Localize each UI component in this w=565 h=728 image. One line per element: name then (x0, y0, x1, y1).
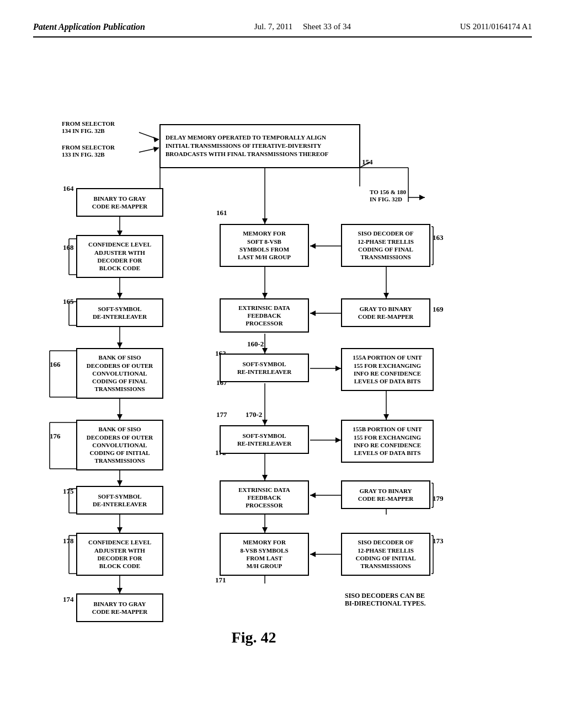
svg-marker-34 (117, 414, 122, 420)
figure-label: Fig. 42 (199, 629, 309, 646)
svg-text:174: 174 (63, 595, 74, 603)
date-sheet: Jul. 7, 2011 Sheet 33 of 34 (254, 22, 351, 31)
svg-marker-18 (310, 243, 316, 249)
box-bank-siso-initial: BANK OF SISODECODERS OF OUTERCONVOLUTION… (76, 420, 163, 470)
svg-text:SISO DECODERS CAN BE: SISO DECODERS CAN BE (345, 592, 425, 599)
box-soft-symbol-reinterleaver-top: SOFT-SYMBOLRE-INTERLEAVER (220, 354, 309, 382)
box-extrinsic-bot: EXTRINSIC DATAFEEDBACKPROCESSOR (220, 480, 309, 515)
box-siso-decoder-bot: SISO DECODER OF12-PHASE TRELLISCODING OF… (341, 533, 430, 576)
svg-text:165: 165 (63, 297, 74, 306)
svg-text:TO 156 & 180: TO 156 & 180 (370, 189, 407, 195)
svg-text:FROM SELECTOR: FROM SELECTOR (62, 144, 115, 151)
box-soft-symbol-deinterleaver-top: SOFT-SYMBOLDE-INTERLEAVER (76, 298, 163, 327)
box-155a: 155A PORTION OF UNIT155 FOR EXCHANGINGIN… (341, 348, 434, 391)
svg-text:154: 154 (362, 158, 373, 166)
svg-text:173: 173 (433, 537, 444, 545)
svg-text:171: 171 (215, 576, 226, 584)
box-extrinsic-top: EXTRINSIC DATAFEEDBACKPROCESSOR (220, 298, 309, 333)
svg-marker-47 (117, 527, 122, 533)
svg-text:168: 168 (63, 243, 74, 251)
svg-rect-0 (160, 125, 360, 168)
box-confidence-bot: CONFIDENCE LEVELADJUSTER WITHDECODER FOR… (76, 533, 163, 576)
date: Jul. 7, 2011 (254, 22, 292, 31)
box-gray-binary-top: GRAY TO BINARYCODE RE-MAPPER (341, 298, 430, 327)
svg-marker-32 (335, 366, 341, 371)
svg-text:INITIAL TRANSMISSIONS OF ITERA: INITIAL TRANSMISSIONS OF ITERATIVE-DIVER… (166, 142, 322, 149)
svg-marker-45 (310, 493, 316, 498)
svg-marker-24 (383, 293, 389, 298)
svg-marker-22 (310, 311, 316, 316)
diagram-area: FROM SELECTOR 134 IN FIG. 32B FROM SELEC… (33, 54, 532, 677)
svg-text:DELAY MEMORY OPERATED TO TEMPO: DELAY MEMORY OPERATED TO TEMPORALLY ALIG… (166, 134, 326, 141)
svg-text:169: 169 (433, 305, 444, 313)
fig-label-text: Fig. 42 (232, 629, 276, 646)
svg-marker-16 (262, 218, 268, 224)
svg-marker-30 (262, 348, 268, 354)
box-soft-symbol-deinterleaver-bot: SOFT-SYMBOLDE-INTERLEAVER (76, 486, 163, 515)
svg-marker-26 (117, 293, 122, 298)
svg-text:161: 161 (216, 208, 227, 217)
svg-marker-86 (383, 414, 389, 420)
box-binary-gray-bot: BINARY TO GRAYCODE RE-MAPPER (76, 593, 163, 622)
page-header: Patent Application Publication Jul. 7, 2… (33, 22, 532, 38)
svg-marker-49 (262, 527, 268, 533)
svg-line-3 (139, 148, 159, 152)
box-155b: 155B PORTION OF UNIT155 FOR EXCHANGINGIN… (341, 420, 434, 463)
svg-text:179: 179 (433, 494, 444, 502)
box-confidence-top: CONFIDENCE LEVELADJUSTER WITHDECODER FOR… (76, 235, 163, 278)
svg-text:175: 175 (63, 487, 74, 495)
page: Patent Application Publication Jul. 7, 2… (0, 0, 565, 728)
svg-text:163: 163 (433, 233, 444, 242)
svg-marker-43 (262, 475, 268, 480)
box-memory-top: MEMORY FORSOFT 8-VSBSYMBOLS FROMLAST M/H… (220, 224, 309, 267)
svg-marker-41 (117, 480, 122, 486)
svg-marker-20 (262, 293, 268, 298)
svg-text:177: 177 (216, 410, 227, 419)
svg-text:170-2: 170-2 (246, 410, 262, 419)
svg-text:IN FIG. 32D: IN FIG. 32D (370, 196, 402, 202)
svg-line-1 (139, 132, 159, 140)
box-soft-symbol-reinterleaver-bot: SOFT-SYMBOLRE-INTERLEAVER (220, 425, 309, 454)
svg-text:164: 164 (63, 184, 74, 192)
svg-marker-14 (419, 195, 425, 200)
svg-text:178: 178 (63, 537, 74, 545)
svg-text:133 IN FIG. 32B: 133 IN FIG. 32B (62, 151, 105, 158)
box-bank-siso-final: BANK OF SISODECODERS OF OUTERCONVOLUTION… (76, 348, 163, 399)
box-memory-bot: MEMORY FOR8-VSB SYMBOLSFROM LASTM/H GROU… (220, 533, 309, 576)
svg-line-84 (360, 162, 370, 168)
svg-text:176: 176 (50, 432, 61, 440)
svg-text:FROM SELECTOR: FROM SELECTOR (62, 120, 115, 127)
box-binary-gray-top: BINARY TO GRAYCODE RE-MAPPER (76, 188, 163, 217)
svg-marker-55 (117, 588, 122, 593)
svg-marker-51 (310, 552, 316, 557)
box-siso-decoder-top: SISO DECODER OF12-PHASE TRELLISCODING OF… (341, 224, 430, 267)
svg-text:166: 166 (50, 360, 61, 368)
publication-label: Patent Application Publication (33, 22, 145, 32)
svg-text:160-2: 160-2 (247, 340, 264, 348)
svg-marker-4 (153, 147, 159, 152)
svg-marker-37 (262, 420, 268, 425)
svg-text:134 IN FIG. 32B: 134 IN FIG. 32B (62, 127, 105, 134)
svg-marker-2 (153, 137, 159, 142)
svg-text:BI-DIRECTIONAL TYPES.: BI-DIRECTIONAL TYPES. (345, 599, 425, 607)
sheet-info: Sheet 33 of 34 (303, 22, 351, 31)
svg-marker-39 (335, 437, 341, 443)
svg-text:BROADCASTS WITH FINAL TRANSMIS: BROADCASTS WITH FINAL TRANSMISSIONS THER… (166, 151, 329, 157)
patent-number: US 2011/0164174 A1 (460, 22, 532, 31)
box-gray-binary-bot: GRAY TO BINARYCODE RE-MAPPER (341, 480, 430, 509)
svg-marker-28 (117, 342, 122, 348)
